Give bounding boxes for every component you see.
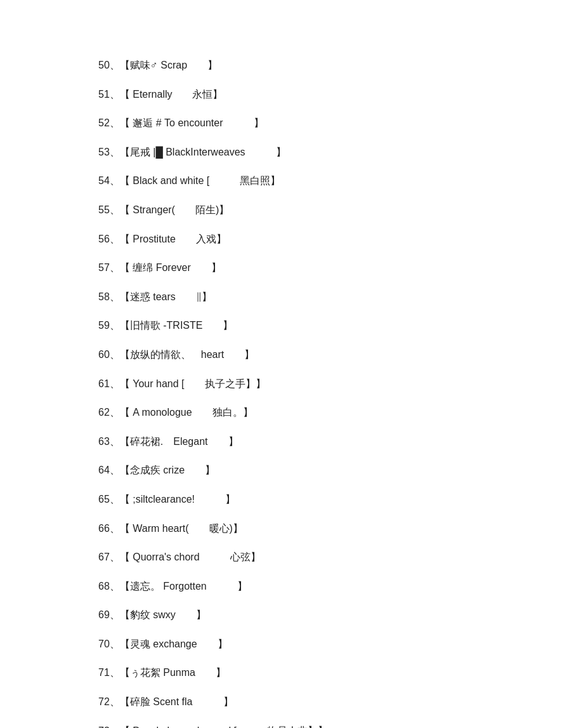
item-text: 【 A monologue 独白。】 xyxy=(120,407,253,418)
list-item: 52、【 邂逅 # To encounter 】 xyxy=(98,109,562,138)
item-number: 73、 xyxy=(98,725,120,728)
item-number: 70、 xyxy=(98,639,120,649)
list-item: 69、【豹纹 swxy 】 xyxy=(98,600,562,630)
item-text: 【赋味♂ Scrap 】 xyxy=(120,60,218,70)
item-text: 【迷惑 tears ‖】 xyxy=(120,291,212,302)
item-number: 69、 xyxy=(98,609,120,620)
item-number: 51、 xyxy=(98,89,120,100)
item-text: 【灵魂 exchange 】 xyxy=(120,639,228,649)
item-number: 59、 xyxy=(98,320,120,331)
list-item: 61、【 Your hand [ 执子之手】】 xyxy=(98,369,562,399)
list-item: 73、【 People have changed [ 物是人非】】 xyxy=(98,717,562,728)
item-number: 54、 xyxy=(98,175,120,186)
item-number: 65、 xyxy=(98,494,120,505)
item-text: 【 Eternally 永恒】 xyxy=(120,89,223,100)
list-item: 57、【 缠绵 Forever 】 xyxy=(98,253,562,282)
item-text: 【碎花裙. Elegant 】 xyxy=(120,436,239,447)
item-text: 【豹纹 swxy 】 xyxy=(120,609,206,620)
item-number: 50、 xyxy=(98,60,120,70)
item-number: 55、 xyxy=(98,204,120,215)
item-text: 【尾戒 |█ BlackInterweaves 】 xyxy=(120,147,286,157)
item-text: 【 Your hand [ 执子之手】】 xyxy=(120,378,266,389)
list-item: 53、【尾戒 |█ BlackInterweaves 】 xyxy=(98,138,562,167)
list-item: 60、【放纵的情欲、 heart 】 xyxy=(98,340,562,369)
item-number: 72、 xyxy=(98,696,120,707)
item-number: 71、 xyxy=(98,667,120,678)
item-text: 【 Warm heart( 暖心)】 xyxy=(120,523,243,534)
list-item: 62、【 A monologue 独白。】 xyxy=(98,398,562,427)
item-text: 【 邂逅 # To encounter 】 xyxy=(120,117,264,128)
item-text: 【 Quorra's chord 心弦】 xyxy=(120,552,261,562)
item-text: 【 ;siltclearance! 】 xyxy=(120,494,235,505)
list-item: 63、【碎花裙. Elegant 】 xyxy=(98,427,562,456)
list-item: 70、【灵魂 exchange 】 xyxy=(98,630,562,659)
item-number: 53、 xyxy=(98,147,120,157)
item-text: 【念成疾 crize 】 xyxy=(120,465,215,475)
item-text: 【遗忘。 Forgotten 】 xyxy=(120,581,247,592)
item-text: 【 Black and white [ 黑白照】 xyxy=(120,175,280,186)
item-number: 64、 xyxy=(98,465,120,475)
item-number: 58、 xyxy=(98,291,120,302)
item-text: 【旧情歌 -TRISTE 】 xyxy=(120,320,233,331)
list-item: 72、【碎脸 Scent fla 】 xyxy=(98,687,562,717)
list-item: 51、【 Eternally 永恒】 xyxy=(98,80,562,109)
list-item: 65、【 ;siltclearance! 】 xyxy=(98,485,562,514)
item-number: 52、 xyxy=(98,117,120,128)
list-item: 50、【赋味♂ Scrap 】 xyxy=(98,51,562,80)
item-text: 【 People have changed [ 物是人非】】 xyxy=(120,725,328,728)
list-item: 64、【念成疾 crize 】 xyxy=(98,456,562,485)
list-item: 67、【 Quorra's chord 心弦】 xyxy=(98,543,562,572)
item-number: 67、 xyxy=(98,552,120,562)
list-item: 71、【ぅ花絮 Punma 】 xyxy=(98,658,562,687)
item-number: 60、 xyxy=(98,349,120,360)
list-item: 66、【 Warm heart( 暖心)】 xyxy=(98,514,562,543)
song-list: 50、【赋味♂ Scrap 】51、【 Eternally 永恒】52、【 邂逅… xyxy=(98,51,562,728)
item-text: 【碎脸 Scent fla 】 xyxy=(120,696,233,707)
item-number: 56、 xyxy=(98,234,120,244)
item-text: 【放纵的情欲、 heart 】 xyxy=(120,349,254,360)
list-item: 55、【 Stranger( 陌生)】 xyxy=(98,195,562,225)
item-number: 68、 xyxy=(98,581,120,592)
item-text: 【 缠绵 Forever 】 xyxy=(120,262,221,273)
item-number: 57、 xyxy=(98,262,120,273)
item-number: 63、 xyxy=(98,436,120,447)
list-item: 56、【 Prostitute 入戏】 xyxy=(98,225,562,254)
list-item: 59、【旧情歌 -TRISTE 】 xyxy=(98,311,562,340)
list-item: 68、【遗忘。 Forgotten 】 xyxy=(98,572,562,601)
item-text: 【ぅ花絮 Punma 】 xyxy=(120,667,226,678)
item-number: 61、 xyxy=(98,378,120,389)
item-number: 66、 xyxy=(98,523,120,534)
list-item: 54、【 Black and white [ 黑白照】 xyxy=(98,166,562,195)
item-text: 【 Stranger( 陌生)】 xyxy=(120,204,229,215)
item-text: 【 Prostitute 入戏】 xyxy=(120,234,226,244)
item-number: 62、 xyxy=(98,407,120,418)
list-item: 58、【迷惑 tears ‖】 xyxy=(98,282,562,312)
